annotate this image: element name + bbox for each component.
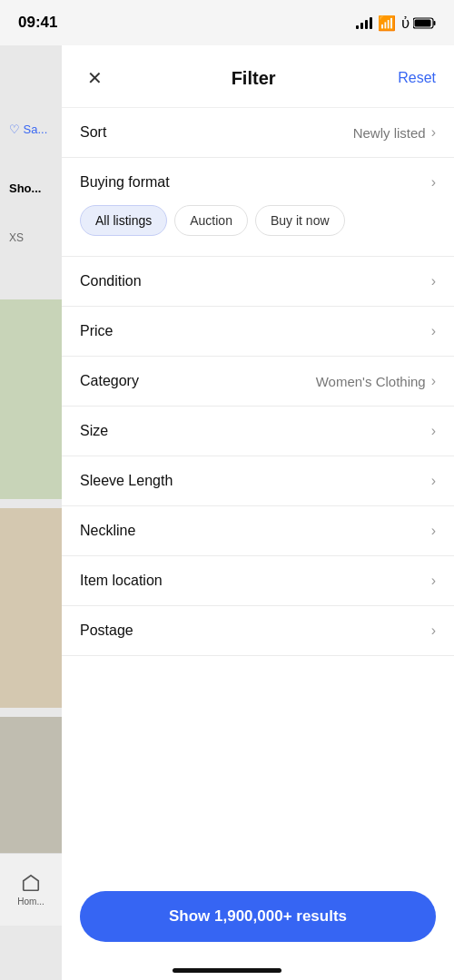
buying-format-chips: All listings Auction Buy it now	[80, 205, 436, 240]
item-location-chevron-icon: ›	[431, 573, 436, 589]
neckline-right: ›	[431, 523, 436, 539]
show-results-button[interactable]: Show 1,900,000+ results	[80, 891, 436, 942]
item-location-label: Item location	[80, 573, 163, 589]
chip-auction[interactable]: Auction	[174, 205, 248, 236]
bg-bottom-nav: Hom...	[0, 853, 62, 926]
price-right: ›	[431, 323, 436, 339]
status-bar: 09:41 📶 ὐ‍	[0, 0, 454, 45]
postage-chevron-icon: ›	[431, 622, 436, 639]
filter-header: ✕ Filter Reset	[62, 45, 454, 108]
sort-label: Sort	[80, 124, 106, 141]
postage-label: Postage	[80, 622, 133, 639]
sort-chevron-icon: ›	[431, 124, 436, 141]
sort-right: Newly listed ›	[353, 124, 436, 141]
size-label: Size	[80, 423, 108, 439]
filter-panel: ✕ Filter Reset Sort Newly listed › Buyin…	[62, 45, 454, 980]
wifi-icon: 📶	[378, 15, 396, 32]
sort-row[interactable]: Sort Newly listed ›	[62, 108, 454, 158]
home-indicator	[173, 968, 281, 973]
category-label: Category	[80, 373, 139, 389]
status-time: 09:41	[18, 14, 57, 32]
size-right: ›	[431, 423, 436, 439]
bg-home-label: Hom...	[17, 897, 44, 906]
category-chevron-icon: ›	[431, 373, 436, 389]
bg-saved-label: ♡ Sa...	[9, 122, 54, 136]
sleeve-length-row[interactable]: Sleeve Length ›	[62, 456, 454, 506]
neckline-chevron-icon: ›	[431, 523, 436, 539]
condition-row[interactable]: Condition ›	[62, 257, 454, 307]
sleeve-length-label: Sleeve Length	[80, 473, 173, 489]
neckline-row[interactable]: Neckline ›	[62, 506, 454, 556]
svg-rect-1	[434, 21, 436, 25]
price-chevron-icon: ›	[431, 323, 436, 339]
bg-size-label: XS	[9, 231, 24, 244]
neckline-label: Neckline	[80, 523, 135, 539]
battery-icon: ὐ‍	[401, 15, 408, 32]
chip-all-listings[interactable]: All listings	[80, 205, 167, 236]
size-chevron-icon: ›	[431, 423, 436, 439]
bg-product-image-2	[0, 508, 62, 708]
signal-icon	[356, 16, 372, 29]
bg-shop-label: Sho...	[9, 181, 54, 195]
category-right: Women's Clothing ›	[316, 373, 436, 389]
postage-right: ›	[431, 622, 436, 639]
reset-button[interactable]: Reset	[398, 70, 436, 86]
buying-format-section: Buying format › All listings Auction Buy…	[62, 158, 454, 257]
item-location-row[interactable]: Item location ›	[62, 556, 454, 606]
sort-value: Newly listed	[353, 125, 426, 141]
show-results-bar: Show 1,900,000+ results	[62, 880, 454, 953]
condition-chevron-icon: ›	[431, 273, 436, 289]
status-icons: 📶 ὐ‍	[356, 15, 436, 32]
item-location-right: ›	[431, 573, 436, 589]
sleeve-length-right: ›	[431, 473, 436, 489]
chip-buy-it-now[interactable]: Buy it now	[255, 205, 345, 236]
close-button[interactable]: ✕	[80, 64, 109, 93]
price-row[interactable]: Price ›	[62, 307, 454, 357]
category-value: Women's Clothing	[316, 374, 426, 389]
sleeve-length-chevron-icon: ›	[431, 473, 436, 489]
battery-icon	[413, 17, 436, 29]
condition-label: Condition	[80, 273, 142, 289]
filter-body: Sort Newly listed › Buying format › All …	[62, 108, 454, 980]
svg-rect-2	[415, 19, 431, 26]
buying-format-chevron-icon: ›	[431, 174, 436, 191]
size-row[interactable]: Size ›	[62, 407, 454, 456]
filter-title: Filter	[232, 68, 276, 89]
condition-right: ›	[431, 273, 436, 289]
buying-format-header: Buying format ›	[80, 174, 436, 191]
category-row[interactable]: Category Women's Clothing ›	[62, 357, 454, 407]
price-label: Price	[80, 323, 113, 339]
buying-format-label: Buying format	[80, 174, 170, 191]
postage-row[interactable]: Postage ›	[62, 606, 454, 656]
bg-product-image-1	[0, 299, 62, 499]
